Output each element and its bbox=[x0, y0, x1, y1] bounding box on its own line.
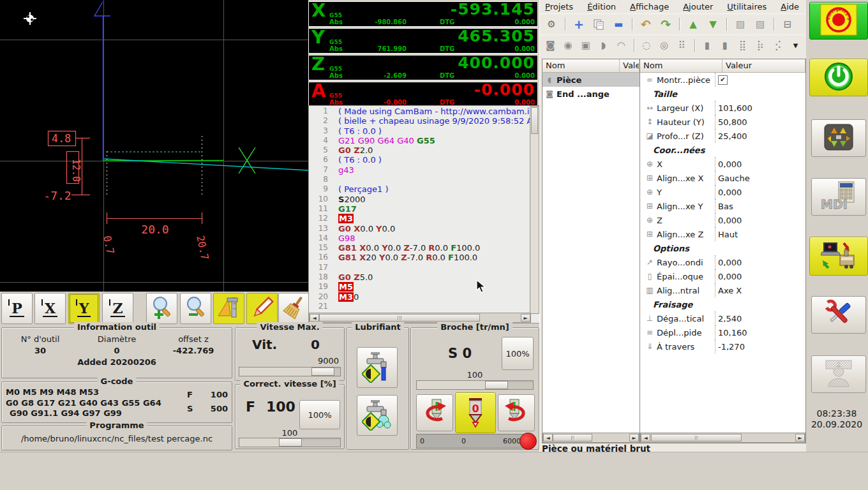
dro-axis-z[interactable]: ZG55400.000Abs-2.609DTG0.000 bbox=[308, 55, 538, 80]
gcode-line[interactable]: 9( Perçage1 ) bbox=[309, 184, 531, 194]
flood-coolant-button[interactable] bbox=[357, 347, 398, 388]
measure-tool[interactable] bbox=[213, 293, 244, 324]
toggle-view-b-icon[interactable]: ▨ bbox=[752, 17, 768, 32]
property-value[interactable]: -1,270 bbox=[715, 339, 805, 353]
gcode-line[interactable]: 7g43 bbox=[309, 165, 531, 175]
copy-item-icon[interactable] bbox=[591, 17, 606, 32]
property-value[interactable]: 10,160 bbox=[715, 325, 805, 339]
spindle-stop-button[interactable]: 0 bbox=[455, 392, 496, 433]
property-value[interactable]: 0,000 bbox=[715, 213, 805, 227]
menu-ajouter[interactable]: Ajouter bbox=[683, 2, 713, 11]
property-value[interactable]: 0,000 bbox=[715, 185, 805, 199]
jog-mode-button[interactable] bbox=[811, 119, 866, 157]
gcode-line[interactable]: 17 bbox=[309, 263, 531, 272]
gcode-line[interactable]: 18G0 Z5.0 bbox=[309, 272, 531, 282]
properties-tree-hscrollbar[interactable]: ◄► bbox=[640, 433, 805, 443]
spindle-override-reset-button[interactable]: 100% bbox=[502, 337, 534, 370]
gcode-line[interactable]: 2( bielle + chapeau usinage 9/9/2020 9:5… bbox=[309, 116, 531, 126]
toggle-view-a-icon[interactable]: ▨ bbox=[733, 17, 748, 32]
property-row[interactable]: ↔Largeur (X)101,600 bbox=[640, 101, 805, 115]
gcode-listing[interactable]: 1( Made using CamBam - http://www.cambam… bbox=[308, 105, 540, 323]
spindle-cw-button[interactable] bbox=[498, 394, 535, 431]
property-value[interactable]: Gauche bbox=[715, 171, 805, 185]
property-value[interactable]: 2,540 bbox=[715, 311, 805, 325]
override-slider-thumb[interactable] bbox=[279, 438, 302, 447]
view-perspective[interactable]: P bbox=[1, 293, 33, 324]
property-row[interactable]: Taille bbox=[640, 87, 805, 101]
gcode-line[interactable]: 5G0 Z2.0 bbox=[309, 145, 531, 155]
drill-scatter-icon[interactable]: ⡪ bbox=[772, 38, 785, 53]
property-value[interactable]: 25,400 bbox=[715, 129, 805, 143]
gcode-line[interactable]: 13G0 X0.0 Y0.0 bbox=[309, 224, 531, 234]
property-row[interactable]: ▥Alig...ntralAxe X bbox=[640, 283, 805, 297]
undo-icon[interactable]: ↶ bbox=[638, 17, 654, 32]
object-tree-item-piece[interactable]: ◖Pièce bbox=[542, 73, 640, 87]
object-tree-hscrollbar[interactable]: ◄► bbox=[542, 433, 640, 443]
backplot-view[interactable]: 4.8 12.0 -7.2 20.0 0.7 20.7 bbox=[0, 0, 308, 292]
max-velocity-slider[interactable] bbox=[239, 367, 341, 376]
gcode-line[interactable]: 8 bbox=[309, 175, 531, 184]
points-grid-icon[interactable]: ⠿ bbox=[675, 38, 689, 53]
gcode-line[interactable]: 11G17 bbox=[309, 204, 531, 214]
draw-circle-icon[interactable]: ◉ bbox=[562, 38, 575, 53]
machining-options-icon[interactable]: ⚙ bbox=[544, 17, 559, 32]
spindle-ccw-button[interactable] bbox=[416, 394, 453, 431]
select-points-icon[interactable]: ◌ bbox=[640, 38, 654, 53]
gcode-line[interactable]: 3( T6 : 0.0 ) bbox=[309, 126, 531, 136]
properties-tree[interactable]: NomValeur ∞Montr...pièce✔Taille↔Largeur … bbox=[640, 59, 806, 443]
property-row[interactable]: ↗Rayo...ondi0,000 bbox=[640, 255, 805, 269]
auto-mode-button[interactable] bbox=[809, 237, 868, 276]
collapse-all-icon[interactable]: ⊟ bbox=[780, 17, 795, 32]
draw-rect-icon[interactable]: ▣ bbox=[579, 38, 592, 53]
property-value[interactable]: 0,000 bbox=[715, 269, 805, 283]
redo-icon[interactable]: ↷ bbox=[658, 17, 673, 32]
dro-axis-y[interactable]: YG55465.305Abs761.990DTG0.000 bbox=[308, 28, 538, 54]
view-z[interactable]: Z bbox=[102, 293, 133, 324]
property-row[interactable]: ⊕X0,000 bbox=[640, 157, 805, 171]
dro-axis-a[interactable]: AG55-0.000Abs-0.000DTG0.000 bbox=[308, 82, 538, 107]
property-row[interactable]: ◪Profo...r (Z)25,400 bbox=[640, 129, 805, 143]
property-row[interactable]: ∞Montr...pièce✔ bbox=[640, 73, 805, 87]
property-value[interactable]: 0,000 bbox=[715, 157, 805, 171]
drill-line-point-icon[interactable]: ▮ bbox=[718, 38, 731, 53]
add-item-icon[interactable]: + bbox=[571, 17, 587, 32]
drill-grid-icon[interactable]: ⣿ bbox=[736, 38, 749, 53]
feed-override-slider[interactable] bbox=[239, 438, 341, 447]
object-tree-item-endmill[interactable]: ◙End ...ange bbox=[542, 87, 640, 101]
zoom-in[interactable] bbox=[146, 293, 177, 324]
mdi-mode-button[interactable]: MDI bbox=[811, 178, 866, 216]
endmill-tool-icon[interactable]: ◙ bbox=[544, 38, 557, 53]
property-value[interactable]: 50,800 bbox=[715, 115, 805, 129]
gcode-line[interactable]: 16G81 X20 Y0.0 Z-7.0 R0.0 F100.0 bbox=[309, 253, 531, 262]
view-y[interactable]: Y bbox=[68, 293, 100, 324]
draw-arc-icon[interactable]: ◠ bbox=[615, 38, 628, 53]
property-row[interactable]: ⇓À travers-1,270 bbox=[640, 339, 805, 353]
drill-cluster-icon[interactable]: ⡷ bbox=[754, 38, 767, 53]
machine-on-button[interactable] bbox=[809, 59, 868, 96]
property-row[interactable]: ≡Dépl...pide10,160 bbox=[640, 325, 805, 339]
gcode-line[interactable]: 14G98 bbox=[309, 234, 531, 243]
property-row[interactable]: ⊞Align...xe YBas bbox=[640, 199, 805, 213]
menu-affichage[interactable]: Affichage bbox=[630, 2, 669, 11]
vmax-slider-thumb[interactable] bbox=[311, 368, 334, 376]
gcode-line[interactable]: 20M30 bbox=[309, 292, 531, 302]
property-value[interactable]: 0,000 bbox=[715, 255, 805, 269]
property-row[interactable]: Fraisage bbox=[640, 297, 805, 311]
remove-item-icon[interactable]: ▬ bbox=[611, 17, 626, 32]
move-up-icon[interactable]: ▲ bbox=[685, 17, 701, 32]
points-cluster-icon[interactable]: ◎ bbox=[657, 38, 671, 53]
property-value[interactable]: Axe X bbox=[715, 283, 805, 297]
view-x[interactable]: X bbox=[34, 293, 66, 324]
gcode-line[interactable]: 6( T6 : 0.0 ) bbox=[309, 155, 531, 165]
gcode-vscrollbar[interactable] bbox=[530, 106, 539, 314]
menu-edition[interactable]: Édition bbox=[587, 2, 616, 11]
property-row[interactable]: ↕Hauteur (Y)50,800 bbox=[640, 115, 805, 129]
spindle-slider-thumb[interactable] bbox=[485, 381, 508, 389]
gcode-line[interactable]: 21 bbox=[309, 302, 531, 311]
menu-aide[interactable]: Aide bbox=[781, 2, 799, 11]
property-row[interactable]: ⊕Z0,000 bbox=[640, 213, 805, 227]
property-row[interactable]: ⊥Déga...tical2,540 bbox=[640, 311, 805, 325]
menu-utilitaires[interactable]: Utilitaires bbox=[727, 2, 767, 11]
menu-projets[interactable]: Projets bbox=[545, 2, 573, 11]
drill-line-icon[interactable]: ▮ bbox=[701, 38, 714, 53]
